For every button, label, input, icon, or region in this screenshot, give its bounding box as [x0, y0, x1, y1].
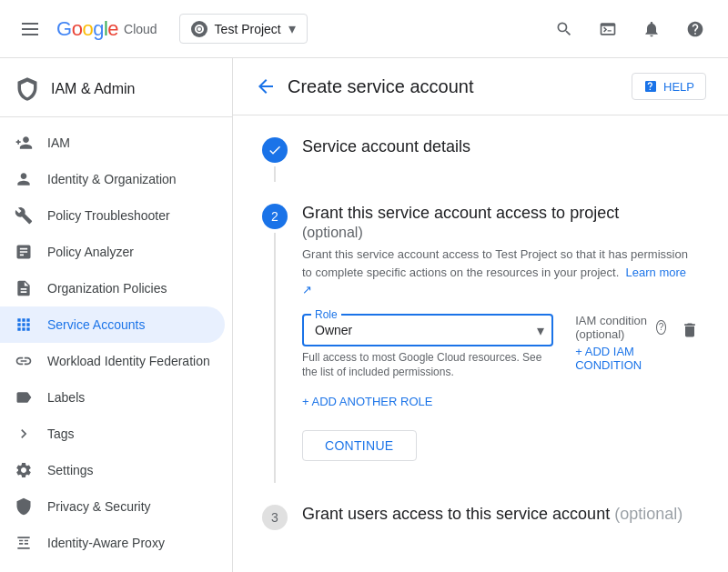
- iam-icon: [15, 134, 33, 152]
- step-1-content: Service account details: [302, 137, 699, 182]
- sidebar-item-label: Settings: [47, 463, 94, 477]
- sidebar-item-service-accounts[interactable]: Service Accounts: [0, 306, 225, 343]
- add-iam-button[interactable]: + ADD IAM CONDITION: [575, 345, 666, 372]
- continue-button[interactable]: CONTINUE: [302, 430, 417, 461]
- workload-identity-icon: [15, 352, 33, 370]
- search-icon[interactable]: [546, 11, 582, 47]
- sidebar-item-privacy-security[interactable]: Privacy & Security: [0, 488, 225, 525]
- step-2-description: Grant this service account access to Tes…: [302, 246, 699, 299]
- page-header: Create service account HELP: [233, 58, 728, 115]
- topbar: Google Cloud Test Project ▾: [0, 0, 728, 58]
- shield-header-icon: [15, 76, 40, 102]
- service-accounts-icon: [15, 316, 33, 334]
- sidebar-item-label: IAM: [47, 135, 70, 150]
- sidebar-title: IAM & Admin: [51, 81, 135, 97]
- help-label: HELP: [663, 80, 694, 94]
- sidebar-item-policy-troubleshooter[interactable]: Policy Troubleshooter: [0, 197, 225, 234]
- step-3-indicator: 3: [262, 505, 288, 546]
- step-1-line: [274, 166, 276, 182]
- sidebar-item-label: Policy Troubleshooter: [47, 208, 170, 223]
- step-2-circle: 2: [262, 204, 288, 229]
- project-dropdown-icon: ▾: [288, 20, 296, 37]
- sidebar-item-label: Organization Policies: [47, 281, 167, 296]
- labels-icon: [15, 388, 33, 406]
- iam-condition-label: IAM condition (optional): [575, 314, 652, 341]
- tags-icon: [15, 425, 33, 443]
- sidebar-item-identity-aware-proxy[interactable]: Identity-Aware Proxy: [0, 525, 225, 561]
- step-2-line: [274, 233, 276, 483]
- main-content: Create service account HELP Service acco…: [233, 58, 728, 572]
- sidebar-item-settings[interactable]: Settings: [0, 452, 225, 488]
- sidebar-item-label: Service Accounts: [47, 317, 145, 332]
- step-2-optional: (optional): [302, 225, 363, 240]
- privacy-security-icon: [15, 497, 33, 516]
- step-2-indicator: 2: [262, 204, 288, 483]
- sidebar-item-label: Workload Identity Federation: [47, 354, 210, 368]
- step-2-title: Grant this service account access to pro…: [302, 204, 699, 242]
- topbar-right: [546, 11, 713, 47]
- role-select-value: Owner: [315, 323, 352, 337]
- sidebar-item-iam[interactable]: IAM: [0, 125, 225, 161]
- terminal-icon[interactable]: [590, 11, 626, 47]
- sidebar: IAM & Admin IAM Identity & Organization …: [0, 58, 233, 572]
- sidebar-header: IAM & Admin: [0, 65, 232, 117]
- role-select[interactable]: Role Owner ▾: [302, 314, 553, 346]
- sidebar-item-label: Privacy & Security: [47, 499, 151, 514]
- project-name: Test Project: [215, 22, 281, 36]
- sidebar-item-policy-analyzer[interactable]: Policy Analyzer: [0, 234, 225, 270]
- sidebar-item-label: Identity & Organization: [47, 172, 177, 186]
- role-description: Full access to most Google Cloud resourc…: [302, 350, 553, 381]
- content-area: Service account details 2 Grant this ser…: [233, 115, 728, 572]
- sidebar-item-identity-org[interactable]: Identity & Organization: [0, 161, 225, 197]
- step-3-circle: 3: [262, 505, 288, 530]
- iam-condition-header: IAM condition (optional) ?: [575, 314, 666, 341]
- settings-icon: [15, 461, 33, 479]
- policy-troubleshooter-icon: [15, 206, 33, 225]
- delete-role-button[interactable]: [681, 321, 699, 339]
- topbar-left: Google Cloud Test Project ▾: [15, 14, 308, 44]
- org-policies-icon: [15, 279, 33, 297]
- role-dropdown-chevron: ▾: [537, 321, 544, 338]
- iam-condition-help-icon[interactable]: ?: [656, 320, 666, 335]
- sidebar-item-roles[interactable]: Roles: [0, 561, 225, 572]
- add-another-role-button[interactable]: + ADD ANOTHER ROLE: [302, 387, 699, 416]
- step-3: 3 Grant users access to this service acc…: [262, 505, 699, 546]
- help-icon[interactable]: [677, 11, 713, 47]
- role-select-container: Role Owner ▾ Full access to most Google …: [302, 314, 553, 381]
- role-row: Role Owner ▾ Full access to most Google …: [302, 314, 699, 381]
- sidebar-item-workload-identity[interactable]: Workload Identity Federation: [0, 343, 225, 379]
- step-2: 2 Grant this service account access to p…: [262, 204, 699, 483]
- google-cloud-logo: Google Cloud: [56, 17, 157, 41]
- step-3-content: Grant users access to this service accou…: [302, 505, 699, 546]
- sidebar-item-tags[interactable]: Tags: [0, 416, 225, 452]
- step-1-checkmark: [262, 137, 288, 163]
- iam-condition-col: IAM condition (optional) ? + ADD IAM CON…: [575, 314, 666, 372]
- sidebar-item-label: Labels: [47, 390, 85, 405]
- identity-aware-proxy-icon: [15, 534, 33, 552]
- menu-icon[interactable]: [15, 15, 46, 43]
- step-3-title: Grant users access to this service accou…: [302, 505, 699, 524]
- layout: IAM & Admin IAM Identity & Organization …: [0, 58, 728, 572]
- step-1-title: Service account details: [302, 137, 699, 156]
- back-button[interactable]: [255, 75, 277, 97]
- sidebar-item-org-policies[interactable]: Organization Policies: [0, 270, 225, 306]
- help-button[interactable]: HELP: [632, 73, 706, 100]
- policy-analyzer-icon: [15, 243, 33, 261]
- project-icon: [191, 21, 207, 37]
- step-2-content: Grant this service account access to pro…: [302, 204, 699, 483]
- svg-point-1: [197, 27, 201, 31]
- page-title: Create service account: [288, 76, 474, 97]
- sidebar-item-label: Tags: [47, 426, 75, 441]
- step-1-indicator: [262, 137, 288, 182]
- role-select-label: Role: [311, 308, 341, 321]
- identity-org-icon: [15, 170, 33, 188]
- sidebar-item-label: Policy Analyzer: [47, 245, 134, 259]
- step-3-optional: (optional): [614, 505, 682, 523]
- notifications-icon[interactable]: [633, 11, 670, 47]
- sidebar-item-label: Identity-Aware Proxy: [47, 536, 165, 550]
- project-selector[interactable]: Test Project ▾: [179, 14, 308, 44]
- step-1: Service account details: [262, 137, 699, 182]
- sidebar-item-labels[interactable]: Labels: [0, 379, 225, 416]
